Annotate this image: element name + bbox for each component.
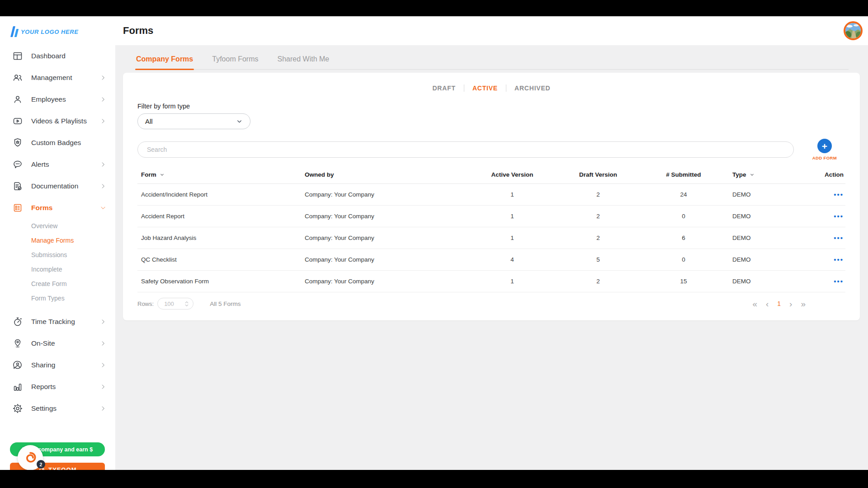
- row-actions-menu-icon[interactable]: •••: [834, 256, 844, 263]
- row-actions-menu-icon[interactable]: •••: [834, 191, 844, 198]
- company-logo[interactable]: YOUR LOGO HERE: [0, 16, 115, 45]
- next-page-button[interactable]: ›: [789, 300, 792, 308]
- search-input[interactable]: [137, 141, 794, 158]
- add-form-label: ADD FORM: [812, 155, 837, 160]
- cell-owned-by: Company: Your Company: [305, 278, 469, 285]
- column-header-owned-by: Owned by: [305, 171, 469, 178]
- map-pin-icon: [12, 338, 24, 349]
- sidebar-item-management[interactable]: Management: [0, 67, 115, 89]
- table-row: QC Checklist Company: Your Company 4 5 0…: [137, 249, 845, 271]
- row-actions-menu-icon[interactable]: •••: [834, 212, 844, 220]
- sidebar-subitem-overview[interactable]: Overview: [0, 219, 115, 233]
- chevron-right-icon: [100, 118, 106, 124]
- sidebar-subitem-manage-forms[interactable]: Manage Forms: [0, 233, 115, 248]
- cell-type: DEMO: [726, 235, 780, 241]
- cell-type: DEMO: [726, 213, 780, 220]
- status-draft[interactable]: DRAFT: [432, 84, 455, 92]
- sidebar-item-custom-badges[interactable]: Custom Badges: [0, 132, 115, 154]
- cell-type: DEMO: [726, 191, 780, 198]
- cell-owned-by: Company: Your Company: [305, 213, 469, 220]
- cell-draft-version: 2: [555, 213, 641, 220]
- page-title: Forms: [123, 25, 844, 37]
- column-header-form[interactable]: Form: [137, 171, 305, 178]
- sidebar-item-settings[interactable]: Settings: [0, 398, 115, 419]
- sidebar-item-forms[interactable]: Forms: [0, 197, 115, 219]
- tab-shared-with-me[interactable]: Shared With Me: [277, 55, 329, 69]
- sub-item-label: Incomplete: [31, 266, 62, 273]
- sidebar-item-reports[interactable]: Reports: [0, 376, 115, 398]
- cell-submitted: 0: [641, 213, 726, 220]
- chevron-right-icon: [100, 75, 106, 81]
- table-header-row: Form Owned by Active Version Draft Versi…: [137, 166, 845, 184]
- cell-draft-version: 5: [555, 256, 641, 263]
- sidebar-item-label: Employees: [31, 95, 100, 103]
- share-person-icon: [12, 359, 24, 371]
- sub-item-label: Overview: [31, 222, 57, 230]
- cell-form-name: QC Checklist: [137, 256, 305, 263]
- sidebar-item-dashboard[interactable]: Dashboard: [0, 45, 115, 67]
- logo-text: YOUR LOGO HERE: [21, 28, 79, 35]
- add-form-button[interactable]: + ADD FORM: [804, 139, 845, 160]
- sort-chevron-icon: [160, 172, 165, 177]
- column-header-submitted: # Submitted: [641, 171, 726, 178]
- form-type-select[interactable]: All: [137, 113, 250, 129]
- cell-owned-by: Company: Your Company: [305, 235, 469, 241]
- shield-star-icon: [12, 137, 24, 149]
- tab-company-forms[interactable]: Company Forms: [136, 55, 193, 69]
- cell-active-version: 1: [469, 278, 555, 285]
- first-page-button[interactable]: «: [752, 300, 757, 308]
- chevron-right-icon: [100, 96, 106, 103]
- table-body: Accident/Incident Report Company: Your C…: [137, 184, 845, 292]
- sidebar-item-label: Forms: [31, 204, 100, 212]
- sidebar-item-alerts[interactable]: Alerts: [0, 154, 115, 175]
- person-icon: [12, 94, 24, 105]
- sidebar-item-documentation[interactable]: Documentation: [0, 175, 115, 197]
- sidebar-nav: Dashboard Management Employees: [0, 45, 115, 419]
- pagination: « ‹ 1 › »: [752, 300, 845, 308]
- sidebar-item-time-tracking[interactable]: Time Tracking: [0, 311, 115, 333]
- table-row: Job Hazard Analysis Company: Your Compan…: [137, 227, 845, 249]
- forms-card: DRAFT ACTIVE ARCHIVED Filter by form typ…: [123, 73, 860, 320]
- cell-active-version: 1: [469, 213, 555, 220]
- status-archived[interactable]: ARCHIVED: [514, 84, 551, 92]
- column-header-type[interactable]: Type: [726, 171, 780, 178]
- sidebar-item-employees[interactable]: Employees: [0, 89, 115, 110]
- row-actions-menu-icon[interactable]: •••: [834, 277, 844, 285]
- cell-submitted: 0: [641, 256, 726, 263]
- page-header: Forms: [115, 16, 868, 45]
- current-page-number[interactable]: 1: [777, 300, 781, 307]
- document-check-icon: [12, 180, 24, 192]
- sidebar-subitem-submissions[interactable]: Submissions: [0, 248, 115, 262]
- sidebar: YOUR LOGO HERE Dashboard Management: [0, 16, 115, 470]
- sidebar-subitem-form-types[interactable]: Form Types: [0, 291, 115, 305]
- cell-submitted: 6: [641, 235, 726, 241]
- user-avatar[interactable]: [844, 21, 863, 40]
- tab-bar: Company Forms Tyfoom Forms Shared With M…: [136, 45, 849, 70]
- last-page-button[interactable]: »: [801, 300, 806, 308]
- people-icon: [12, 72, 24, 84]
- sub-item-label: Manage Forms: [31, 237, 74, 244]
- letterbox-top: [0, 0, 868, 16]
- cell-form-name: Accident/Incident Report: [137, 191, 305, 198]
- column-header-draft-version: Draft Version: [555, 171, 641, 178]
- rows-per-page-stepper[interactable]: 100: [157, 298, 193, 310]
- form-list-icon: [12, 202, 24, 214]
- sidebar-item-on-site[interactable]: On-Site: [0, 333, 115, 354]
- row-actions-menu-icon[interactable]: •••: [834, 234, 844, 242]
- cell-submitted: 15: [641, 278, 726, 285]
- sidebar-subitem-incomplete[interactable]: Incomplete: [0, 262, 115, 277]
- table-row: Accident/Incident Report Company: Your C…: [137, 184, 845, 206]
- sidebar-item-sharing[interactable]: Sharing: [0, 354, 115, 376]
- sidebar-item-label: Settings: [31, 404, 100, 413]
- sidebar-item-label: Time Tracking: [31, 318, 100, 326]
- sidebar-item-videos-playlists[interactable]: Videos & Playlists: [0, 110, 115, 132]
- prev-page-button[interactable]: ‹: [766, 300, 769, 308]
- rows-per-page-label: Rows:: [137, 300, 154, 307]
- chevron-right-icon: [100, 319, 106, 325]
- status-active[interactable]: ACTIVE: [472, 84, 498, 92]
- sidebar-item-label: Documentation: [31, 182, 100, 190]
- sidebar-subitem-create-form[interactable]: Create Form: [0, 277, 115, 291]
- tab-tyfoom-forms[interactable]: Tyfoom Forms: [212, 55, 258, 69]
- cell-owned-by: Company: Your Company: [305, 191, 469, 198]
- cell-type: DEMO: [726, 278, 780, 285]
